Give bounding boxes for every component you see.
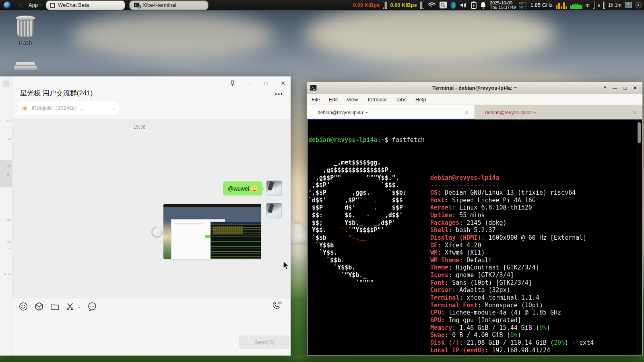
clock-datetime[interactable]: 2025-10-09 Thu 15:37:49: [490, 1, 516, 10]
outgoing-message-bubble[interactable]: @wuwei: [223, 181, 262, 195]
trash-desktop-icon[interactable]: Trash: [10, 15, 39, 46]
minimize-button[interactable]: —: [612, 85, 618, 91]
cpu-frequency: 1.85 GHz: [530, 2, 553, 8]
tab-close-icon[interactable]: ✕: [464, 110, 469, 115]
fastfetch-ascii-art: _,met$$$$$gg. ,g$$$$$$$$$$$$$$$P. ,g$$P"…: [308, 159, 407, 286]
uptime-readout: 1h 1m: [608, 2, 621, 8]
tab-close-icon[interactable]: ✕: [632, 110, 636, 115]
group-announcement-banner[interactable]: 群规新政（2024版）… ›: [18, 101, 119, 115]
notification-bell-icon[interactable]: [480, 1, 487, 10]
video-call-button[interactable]: [272, 301, 282, 310]
magnifier-tray-icon[interactable]: [440, 2, 447, 8]
chatlist-time: :45: [6, 218, 11, 222]
menu-terminal[interactable]: Terminal: [362, 97, 391, 103]
avatar[interactable]: [266, 203, 282, 218]
pinwheel-icon[interactable]: [17, 2, 24, 8]
sticker-box-button[interactable]: [35, 302, 43, 311]
chat-toolbar: ⌄: [12, 298, 291, 315]
taskbar-button-terminal[interactable]: >_2 Xfce4-terminal: [129, 0, 208, 10]
taskbar-button-wechat[interactable]: WeChat Beta: [46, 0, 125, 10]
temp-high: 63°C: [519, 1, 527, 5]
fastfetch-output: _,met$$$$$gg. ,g$$$$$$$$$$$$$$$P. ,g$$P"…: [308, 159, 636, 355]
terminal-titlebar[interactable]: >_ Terminal - debian@revyos-lpi4a: ~ ^ —…: [307, 82, 642, 94]
harddrive-icon: [14, 61, 36, 72]
terminal-title: Terminal - debian@revyos-lpi4a: ~: [307, 85, 642, 91]
grass-strip: [0, 356, 644, 362]
fastfetch-info-text: debian@revyos-lpi4a ------------------- …: [430, 174, 594, 355]
temperature-readout: 63°C 58°C: [519, 1, 527, 9]
menu-view[interactable]: View: [342, 97, 362, 103]
screenshot-scissors-button[interactable]: [66, 302, 75, 311]
maximize-button[interactable]: □: [622, 85, 628, 91]
chat-message-area[interactable]: 15:36 @wuwei: [12, 119, 291, 298]
swap-monitor-bar: [603, 2, 605, 9]
avatar[interactable]: [266, 181, 282, 196]
terminal-content[interactable]: debian@revyos-lpi4a:~$ fastfetch _,met$$…: [308, 119, 642, 355]
scrollbar-thumb[interactable]: [638, 122, 641, 143]
clock-time: Thu 15:37:49: [490, 5, 516, 10]
temp-low: 58°C: [519, 5, 527, 9]
shade-button[interactable]: ^: [602, 85, 608, 91]
menu-tabs[interactable]: Tabs: [391, 97, 411, 103]
terminal-text: debian@revyos-lpi4a:~$ fastfetch _,met$$…: [308, 119, 636, 355]
menu-edit[interactable]: Edit: [324, 97, 342, 103]
chatlist-time: :44: [6, 240, 11, 244]
chatlist-time: :02: [6, 119, 11, 123]
terminal-menubar: File Edit View Terminal Tabs Help: [307, 94, 642, 105]
screenshot-dropdown-chevron[interactable]: ⌄: [78, 304, 81, 309]
mute-bell-icon: [6, 173, 10, 177]
swap-monitor-label: s: [598, 2, 600, 8]
filesystem-desktop-icon[interactable]: [10, 61, 39, 72]
terminal-tab-active[interactable]: debian@revyos-lpi4a: ~ ✕: [307, 105, 475, 120]
mouse-cursor: [283, 261, 290, 271]
menu-help[interactable]: Help: [411, 97, 431, 103]
load-graph: [570, 1, 582, 10]
bluetooth-icon[interactable]: [450, 1, 456, 10]
cloud: [72, 12, 274, 60]
desktop-screen: Trash App ≡ WeChat Beta >_2 Xfce4-termin…: [0, 0, 644, 362]
tab-label: debian@revyos-lpi4a: ~: [318, 110, 464, 115]
message-input-area[interactable]: Send(S): [12, 314, 291, 356]
announcement-chevron-icon: ›: [113, 105, 115, 111]
terminal-scrollbar[interactable]: [636, 119, 642, 355]
shell-prompt-line: debian@revyos-lpi4a:~$ fastfetch: [308, 136, 636, 144]
add-chat-button[interactable]: +: [2, 80, 10, 87]
browser-globe-icon[interactable]: [4, 2, 11, 9]
system-monitor-bars: [420, 2, 424, 9]
terminal-tab-inactive[interactable]: debian@revyos-lpi4a: ~ ✕: [475, 105, 643, 120]
record-tray-icon[interactable]: [635, 2, 642, 8]
chatlist-partial: 云: [8, 136, 11, 141]
trash-label: Trash: [10, 39, 39, 46]
pin-window-button[interactable]: [229, 80, 236, 87]
window-icon: [50, 3, 55, 8]
announcement-text: 群规新政（2024版）…: [31, 105, 110, 112]
wechat-chatlist-strip[interactable]: + :02 云 :37 :45 :44 ⋯ 4:12: [0, 76, 12, 356]
send-button[interactable]: Send(S): [239, 335, 290, 349]
taskbar-button-label: Xfce4-terminal: [142, 2, 176, 8]
wifi-disconnected-icon[interactable]: [427, 1, 436, 10]
close-button[interactable]: ✕: [632, 85, 638, 91]
chat-history-button[interactable]: [88, 302, 97, 311]
taskbar-button-label: WeChat Beta: [58, 2, 89, 8]
menu-file[interactable]: File: [307, 97, 324, 103]
outgoing-image-message[interactable]: [163, 204, 261, 259]
terminal-tabbar: debian@revyos-lpi4a: ~ ✕ debian@revyos-l…: [307, 105, 642, 120]
chatlist-time: :37: [6, 165, 11, 169]
minimize-button[interactable]: —: [246, 80, 253, 87]
chat-more-button[interactable]: •••: [275, 91, 283, 97]
display-tray-icon[interactable]: [625, 2, 632, 8]
chat-timestamp: 15:36: [12, 124, 266, 130]
memory-monitor-label: m: [586, 2, 590, 8]
send-file-folder-button[interactable]: [50, 302, 59, 311]
app-menu-button[interactable]: App: [29, 2, 38, 8]
volume-icon[interactable]: [460, 1, 468, 10]
trash-icon: [14, 15, 35, 38]
fastfetch-info-column: debian@revyos-lpi4a ------------------- …: [430, 159, 594, 355]
close-button[interactable]: ✕: [279, 80, 287, 87]
chatlist-ellipsis: ⋯: [8, 246, 11, 250]
emoji-button[interactable]: [19, 302, 28, 311]
terminal-window: >_ Terminal - debian@revyos-lpi4a: ~ ^ —…: [307, 82, 643, 356]
chat-title: 星光板 用户交流群(241): [20, 88, 93, 98]
maximize-button[interactable]: □: [262, 80, 270, 87]
battery-icon[interactable]: [471, 1, 477, 10]
